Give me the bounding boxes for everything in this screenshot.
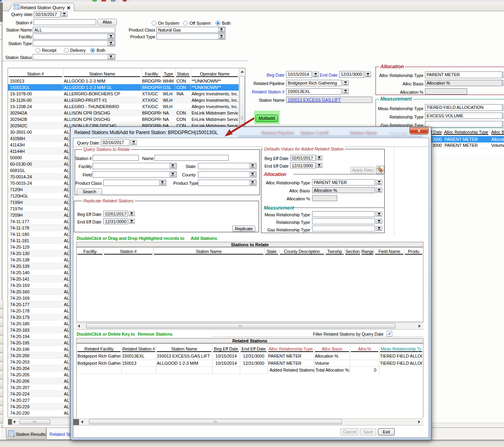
dlg-county-dropdown[interactable] [249,172,256,177]
stop-icon[interactable] [123,0,127,2]
dlg-rep-beg-field[interactable]: 02/01/2017 [103,211,128,217]
dialog-close-button[interactable]: x [409,127,429,134]
s2r-column-header[interactable]: County Description [280,249,324,255]
s2r-column-header[interactable]: State [265,249,278,255]
open-icon[interactable] [92,0,97,2]
dlg-exit-button[interactable]: Exit [378,428,395,435]
alias-button[interactable]: Alias [97,19,117,26]
s2r-column-header[interactable]: Twnshp [326,249,344,255]
related-station-dropdown[interactable] [342,89,349,94]
dlg-grt-combo[interactable] [312,225,375,231]
dlg-county-combo[interactable] [198,171,257,178]
rs-column-header[interactable]: Meas Relationship Ty [380,346,422,352]
flame-icon[interactable] [101,0,106,2]
dlg-rep-end-dropdown[interactable] [128,219,135,224]
grid-column-header[interactable]: Station Name [64,71,140,77]
s2r-hscroll-thumb[interactable] [86,323,395,328]
dlg-bottom-hscrollbar[interactable] [73,418,423,425]
dlg-remove-stations-action[interactable]: Remove Stations [138,332,172,336]
station-row[interactable]: 19-1078-00ALLERGRO-BORCHERS CPXTX/GCWLHI… [8,91,239,97]
rs-column-header[interactable]: End Eff Date [241,346,267,352]
grid-column-header[interactable]: Type [162,71,174,77]
related-pipeline-dropdown[interactable] [342,80,349,86]
alloc-rel-type-combo[interactable]: PARENT METER [425,71,502,78]
window-icon[interactable] [111,0,115,2]
dlg-facility-combo[interactable] [93,163,177,169]
station-status-dropdown[interactable] [108,54,115,59]
dlg-rep-beg-dropdown[interactable] [128,211,135,216]
station-row[interactable]: 150013ALLGOOD 1-2-3 M/MBRDGPRCHWHMCON**U… [8,78,239,84]
rs-column-header[interactable]: Beg Eff Date [213,346,239,352]
station-row[interactable]: 302942BALLISON CPR DISCHGBRDGPRCHNACONEn… [8,116,239,123]
rs-row[interactable]: Bridgeport Rich Gathering150013EXL150013… [77,353,423,360]
rs-column-header[interactable]: Related Station # [122,346,155,352]
dlg-eraser-button[interactable] [376,166,384,174]
s2r-hscroll-right-arrow[interactable] [419,324,421,328]
product-type-combo[interactable] [156,34,225,40]
dlg-product-type-dropdown[interactable] [249,180,256,185]
station-name-link[interactable]: 150013 EXCESS GAS LIFT [288,97,341,102]
hscroll-left-arrow[interactable] [13,420,15,423]
station-type-dropdown[interactable] [108,41,115,46]
dlg-grt-dropdown[interactable] [376,226,382,231]
left-collapsed-panel-bar[interactable] [0,2,3,22]
receipt-radio[interactable] [36,48,40,53]
station-row[interactable]: 19-1208-24ALLEGRO - THUNDERBIRDXTX/GCWLH… [8,103,239,110]
dlg-hscroll-left-arrow[interactable] [81,420,83,423]
dlg-beg-eff-field[interactable]: 02/01/2017 [290,155,316,161]
dlg-hscroll-right-arrow[interactable] [418,420,420,423]
station-number-input[interactable] [34,19,96,25]
dlg-add-stations-action[interactable]: Add Stations [191,236,217,241]
dlg-ab-combo[interactable]: Allocation % [312,187,375,193]
rs-column-header[interactable]: Related Facility [77,346,121,352]
end-date-dropdown[interactable] [365,71,371,77]
product-class-dropdown[interactable] [218,27,225,32]
snippet-row[interactable]: 3000PARENT METERVolume [431,142,504,149]
station-row[interactable]: 19-1126-00ALLEGRO-PRUITT #1XTX/GCWLHAlle… [8,97,239,103]
dlg-ab-dropdown[interactable] [376,188,382,193]
meas-rel-type-combo[interactable]: TIERED FIELD ALLOCATION [425,104,502,111]
station-type-combo[interactable] [33,40,115,46]
vscroll-up-arrow[interactable] [241,71,244,73]
dlg-field-combo[interactable] [93,171,177,178]
dlg-mrt-dropdown[interactable] [376,212,382,217]
dlg-product-type-combo[interactable] [198,180,257,186]
dlg-replicate-button[interactable]: Replicate [232,225,255,232]
gas-rel-type-combo[interactable] [425,121,502,127]
query-date-dropdown[interactable] [61,12,67,17]
rs-column-header[interactable]: Alloc Basis [315,346,349,352]
s2r-column-header[interactable]: Section [345,249,360,255]
dlg-hscroll-thumb[interactable] [89,419,342,424]
system-both-radio[interactable] [215,21,220,26]
hscroll-thumb[interactable] [20,419,50,424]
s2r-column-header[interactable]: Facility [77,249,103,255]
dlg-state-dropdown[interactable] [249,164,256,168]
dlg-name-input[interactable] [154,155,229,161]
grid-column-header[interactable]: Station # [9,71,62,77]
dlg-art-dropdown[interactable] [376,180,382,185]
dlg-state-combo[interactable] [198,163,257,169]
dlg-apply-data-button[interactable]: Apply Data [350,167,375,174]
dlg-rt-combo[interactable] [312,218,375,224]
dlg-end-eff-field[interactable]: 12/31/3000 [290,162,316,168]
rel-type-combo[interactable]: EXCESS VOLUME [425,113,502,119]
dlg-mrt-combo[interactable] [312,211,375,217]
s2r-column-header[interactable]: Range [362,249,374,255]
dlg-art-combo[interactable]: PARENT METER [312,179,375,186]
dlg-product-class-combo[interactable] [103,180,166,186]
dlg-s2r-hscrollbar[interactable] [75,322,423,330]
s2r-column-header[interactable]: Field Name [375,249,403,255]
related-pipeline-combo[interactable]: Bridgeport Rich Gathering [286,80,342,86]
station-row[interactable]: 150013GLALLGOOD 1-2-3 M/M GLBRDGPRCHGSLC… [8,84,239,91]
snippet-row[interactable]: 3000PARENT METERAllocat [431,136,504,142]
dlg-rt-dropdown[interactable] [376,219,382,224]
dlg-search-button[interactable]: Search [77,188,102,195]
grid-column-header[interactable]: Status [176,71,190,77]
dlg-product-class-dropdown[interactable] [159,180,166,185]
rs-column-header[interactable]: Station Name [157,346,211,352]
s2r-column-header[interactable]: Produ [405,249,422,255]
s2r-column-header[interactable]: Station # [104,249,152,255]
s2r-hscroll-left-arrow[interactable] [78,324,80,328]
rs-column-header[interactable]: Alloc% [351,346,378,352]
product-type-dropdown[interactable] [218,34,225,39]
